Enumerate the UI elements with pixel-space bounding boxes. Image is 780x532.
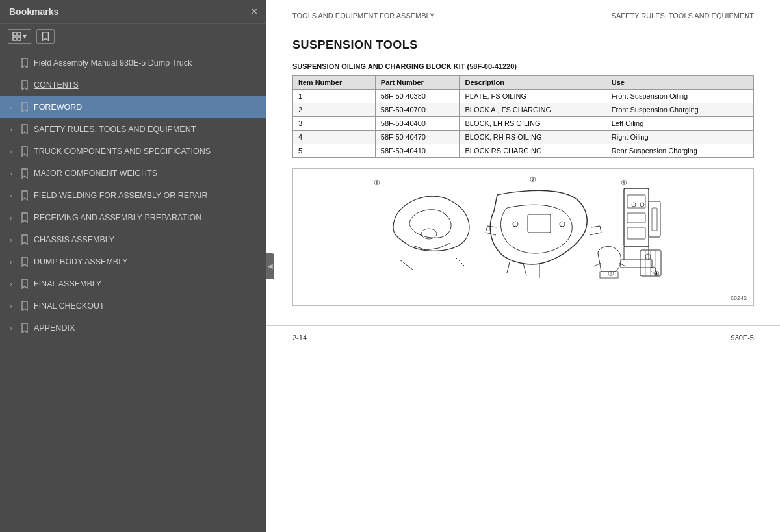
page-title: SUSPENSION TOOLS	[292, 38, 754, 52]
expand-arrow-icon: ›	[6, 170, 16, 177]
table-cell: 58F-50-40470	[375, 131, 460, 144]
table-cell: Rear Suspension Charging	[606, 144, 753, 158]
table-row: 258F-50-40700BLOCK A., FS CHARGINGFront …	[293, 103, 754, 117]
bookmark-icon	[20, 257, 30, 267]
sidebar-item-label: FOREWORD	[34, 103, 260, 112]
table-cell: 5	[293, 144, 376, 158]
expand-arrow-icon: ›	[6, 126, 16, 133]
svg-point-25	[632, 203, 636, 207]
bookmark-icon	[20, 58, 30, 68]
expand-arrow-icon: ▾	[23, 32, 27, 41]
sidebar-item-foreword[interactable]: ›FOREWORD	[0, 96, 266, 118]
expand-arrow-icon: ›	[6, 214, 16, 222]
close-button[interactable]: ×	[252, 6, 257, 17]
sidebar-item-final-checkout[interactable]: ›FINAL CHECKOUT	[0, 295, 266, 317]
expand-arrow-icon: ›	[6, 325, 16, 332]
sidebar-item-chassis-assembly[interactable]: ›CHASSIS ASSEMBLY	[0, 229, 266, 251]
sidebar-item-label: CONTENTS	[34, 81, 260, 90]
sidebar-title: Bookmarks	[9, 6, 58, 17]
svg-rect-3	[18, 37, 21, 40]
sidebar-item-truck-components[interactable]: ›TRUCK COMPONENTS AND SPECIFICATIONS	[0, 140, 266, 162]
table-cell: 58F-50-40700	[375, 103, 460, 117]
sidebar-item-receiving-assembly[interactable]: ›RECEIVING AND ASSEMBLY PREPARATION	[0, 207, 266, 229]
page-body: SUSPENSION TOOLS SUSPENSION OILING AND C…	[266, 25, 780, 319]
table-cell: BLOCK RS CHARGING	[460, 144, 606, 158]
sidebar-item-label: CHASSIS ASSEMBLY	[34, 235, 260, 244]
expand-arrow-icon: ›	[6, 192, 16, 199]
table-cell: 4	[293, 131, 376, 144]
header-right: SAFETY RULES, TOOLS AND EQUIPMENT	[612, 12, 754, 19]
svg-rect-19	[627, 227, 645, 239]
svg-rect-24	[652, 208, 657, 231]
expand-arrow-icon: ›	[6, 281, 16, 288]
bookmark-icon	[20, 234, 30, 245]
svg-text:⑤: ⑤	[621, 179, 627, 186]
svg-rect-1	[18, 32, 21, 36]
page-header: TOOLS AND EQUIPMENT FOR ASSEMBLY SAFETY …	[266, 0, 780, 25]
svg-rect-18	[627, 213, 645, 223]
sidebar-item-label: RECEIVING AND ASSEMBLY PREPARATION	[34, 213, 260, 222]
footer-left: 2-14	[292, 334, 307, 342]
table-row: 158F-50-40380PLATE, FS OILINGFront Suspe…	[293, 90, 754, 103]
sidebar-item-field-welding[interactable]: ›FIELD WELDING FOR ASSEMBLY OR REPAIR	[0, 184, 266, 207]
sidebar-item-major-component-weights[interactable]: ›MAJOR COMPONENT WEIGHTS	[0, 162, 266, 184]
table-cell: Front Suspension Charging	[606, 103, 753, 117]
bookmark-icon	[20, 279, 30, 289]
page-footer: 2-14 930E-5	[266, 325, 780, 349]
table-cell: 58F-50-40400	[375, 117, 460, 131]
main-content: TOOLS AND EQUIPMENT FOR ASSEMBLY SAFETY …	[266, 0, 780, 532]
table-cell: BLOCK, LH RS OILING	[460, 117, 606, 131]
svg-text:③: ③	[608, 270, 614, 277]
bookmark-icon	[20, 168, 30, 179]
fig-number: 68242	[731, 295, 747, 301]
svg-text:①: ①	[374, 179, 380, 186]
illustration-svg: ① ②	[354, 175, 692, 299]
sidebar-header: Bookmarks ×	[0, 0, 266, 24]
kit-title: SUSPENSION OILING AND CHARGING BLOCK KIT…	[292, 62, 754, 70]
table-header: Item Number	[293, 76, 376, 90]
sidebar-item-field-assembly-manual[interactable]: Field Assembly Manual 930E-5 Dump Truck	[0, 52, 266, 74]
table-cell: 3	[293, 117, 376, 131]
bookmarks-sidebar: Bookmarks × ▾ Field Assembly Manual 930E…	[0, 0, 266, 532]
table-cell: BLOCK A., FS CHARGING	[460, 103, 606, 117]
table-header: Description	[460, 76, 606, 90]
svg-rect-22	[621, 260, 652, 268]
sidebar-item-dump-body-assembly[interactable]: ›DUMP BODY ASSEMBLY	[0, 251, 266, 273]
sidebar-toolbar: ▾	[0, 24, 266, 49]
svg-rect-2	[13, 37, 16, 40]
svg-rect-14	[528, 214, 551, 233]
sidebar-item-label: MAJOR COMPONENT WEIGHTS	[34, 169, 260, 178]
table-cell: 58F-50-40380	[375, 90, 460, 103]
sidebar-item-appendix[interactable]: ›APPENDIX	[0, 317, 266, 339]
svg-line-6	[455, 257, 465, 266]
expand-arrow-icon: ›	[6, 236, 16, 244]
table-cell: 58F-50-40410	[375, 144, 460, 158]
sidebar-item-safety-rules[interactable]: ›SAFETY RULES, TOOLS AND EQUIPMENT	[0, 118, 266, 140]
svg-line-5	[400, 260, 413, 270]
page-container: TOOLS AND EQUIPMENT FOR ASSEMBLY SAFETY …	[266, 0, 780, 532]
sidebar-item-final-assembly[interactable]: ›FINAL ASSEMBLY	[0, 273, 266, 295]
sidebar-item-label: TRUCK COMPONENTS AND SPECIFICATIONS	[34, 147, 260, 156]
sidebar-item-label: SAFETY RULES, TOOLS AND EQUIPMENT	[34, 125, 260, 134]
bookmark-icon	[20, 323, 30, 333]
svg-point-36	[645, 254, 651, 259]
sidebar-item-contents[interactable]: CONTENTS	[0, 74, 266, 96]
table-cell: Right Oiling	[606, 131, 753, 144]
expand-all-button[interactable]: ▾	[8, 29, 31, 44]
bookmark-icon	[20, 190, 30, 201]
table-row: 458F-50-40470BLOCK, RH RS OILINGRight Oi…	[293, 131, 754, 144]
sidebar-item-label: Field Assembly Manual 930E-5 Dump Truck	[34, 58, 260, 68]
table-header: Part Number	[375, 76, 460, 90]
expand-arrow-icon: ›	[6, 259, 16, 266]
svg-rect-17	[627, 195, 645, 208]
svg-rect-23	[649, 201, 660, 237]
bookmark-view-button[interactable]	[36, 29, 55, 44]
sidebar-item-label: FINAL ASSEMBLY	[34, 279, 260, 288]
svg-rect-0	[13, 32, 16, 36]
svg-line-9	[523, 263, 526, 276]
collapse-handle[interactable]: ◀	[266, 253, 274, 279]
bookmark-icon	[20, 212, 30, 223]
table-header: Use	[606, 76, 753, 90]
bookmark-icon	[20, 102, 30, 112]
table-cell: Front Suspension Oiling	[606, 90, 753, 103]
